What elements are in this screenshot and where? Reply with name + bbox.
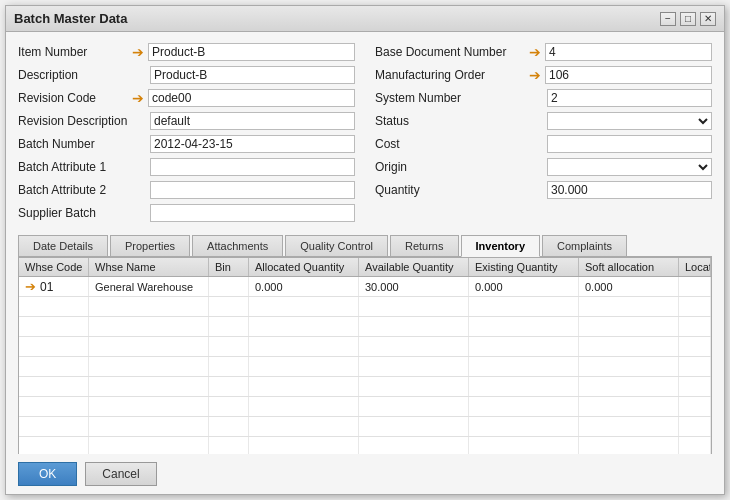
footer: OK Cancel bbox=[6, 454, 724, 494]
batch-attribute2-label: Batch Attribute 2 bbox=[18, 183, 128, 197]
ok-button[interactable]: OK bbox=[18, 462, 77, 486]
batch-attribute2-row: Batch Attribute 2 bbox=[18, 180, 355, 200]
quantity-label: Quantity bbox=[375, 183, 525, 197]
origin-select[interactable] bbox=[547, 158, 712, 176]
supplier-batch-row: Supplier Batch bbox=[18, 203, 355, 223]
manufacturing-order-arrow-icon: ➔ bbox=[529, 67, 541, 83]
batch-number-label: Batch Number bbox=[18, 137, 128, 151]
main-window: Batch Master Data − □ ✕ Item Number ➔ De… bbox=[5, 5, 725, 495]
col-soft-allocation: Soft allocation bbox=[579, 258, 679, 276]
row-whse-code: ➔ 01 bbox=[19, 277, 89, 296]
manufacturing-order-input[interactable] bbox=[545, 66, 712, 84]
row-soft-allocation: 0.000 bbox=[579, 277, 679, 296]
col-bin: Bin bbox=[209, 258, 249, 276]
form-right: Base Document Number ➔ Manufacturing Ord… bbox=[375, 42, 712, 223]
tabs-area: Date Details Properties Attachments Qual… bbox=[18, 235, 712, 454]
inventory-table: Whse Code Whse Name Bin Allocated Quanti… bbox=[18, 257, 712, 454]
revision-code-row: Revision Code ➔ bbox=[18, 88, 355, 108]
cost-label: Cost bbox=[375, 137, 525, 151]
col-available-quantity: Available Quantity bbox=[359, 258, 469, 276]
base-doc-number-row: Base Document Number ➔ bbox=[375, 42, 712, 62]
tab-complaints[interactable]: Complaints bbox=[542, 235, 627, 256]
table-row-empty-7 bbox=[19, 417, 711, 437]
col-whse-name: Whse Name bbox=[89, 258, 209, 276]
table-row-empty-2 bbox=[19, 317, 711, 337]
revision-description-label: Revision Description bbox=[18, 114, 128, 128]
item-number-input[interactable] bbox=[148, 43, 355, 61]
base-doc-number-label: Base Document Number bbox=[375, 45, 525, 59]
batch-attribute2-input[interactable] bbox=[150, 181, 355, 199]
revision-code-input[interactable] bbox=[148, 89, 355, 107]
table-row-empty-1 bbox=[19, 297, 711, 317]
tab-returns[interactable]: Returns bbox=[390, 235, 459, 256]
tab-date-details[interactable]: Date Details bbox=[18, 235, 108, 256]
close-button[interactable]: ✕ bbox=[700, 12, 716, 26]
supplier-batch-input[interactable] bbox=[150, 204, 355, 222]
cost-input[interactable] bbox=[547, 135, 712, 153]
content-area: Item Number ➔ Description Revision Code … bbox=[6, 32, 724, 454]
batch-attribute1-label: Batch Attribute 1 bbox=[18, 160, 128, 174]
row-whse-code-value: 01 bbox=[40, 280, 53, 294]
col-existing-quantity: Existing Quantity bbox=[469, 258, 579, 276]
description-row: Description bbox=[18, 65, 355, 85]
col-whse-code: Whse Code bbox=[19, 258, 89, 276]
tab-quality-control[interactable]: Quality Control bbox=[285, 235, 388, 256]
title-bar-controls: − □ ✕ bbox=[660, 12, 716, 26]
col-location: Location bbox=[679, 258, 711, 276]
status-label: Status bbox=[375, 114, 525, 128]
batch-number-input[interactable] bbox=[150, 135, 355, 153]
description-input[interactable] bbox=[150, 66, 355, 84]
row-allocated-quantity: 0.000 bbox=[249, 277, 359, 296]
item-number-label: Item Number bbox=[18, 45, 128, 59]
minimize-button[interactable]: − bbox=[660, 12, 676, 26]
window-title: Batch Master Data bbox=[14, 11, 127, 26]
batch-attribute1-input[interactable] bbox=[150, 158, 355, 176]
row-available-quantity: 30.000 bbox=[359, 277, 469, 296]
item-number-row: Item Number ➔ bbox=[18, 42, 355, 62]
batch-attribute1-row: Batch Attribute 1 bbox=[18, 157, 355, 177]
item-number-arrow-icon: ➔ bbox=[132, 44, 144, 60]
restore-button[interactable]: □ bbox=[680, 12, 696, 26]
status-row: Status bbox=[375, 111, 712, 131]
form-left: Item Number ➔ Description Revision Code … bbox=[18, 42, 355, 223]
table-row-empty-4 bbox=[19, 357, 711, 377]
table-row-empty-5 bbox=[19, 377, 711, 397]
system-number-input[interactable] bbox=[547, 89, 712, 107]
tab-properties[interactable]: Properties bbox=[110, 235, 190, 256]
manufacturing-order-label: Manufacturing Order bbox=[375, 68, 525, 82]
origin-label: Origin bbox=[375, 160, 525, 174]
tabs-row: Date Details Properties Attachments Qual… bbox=[18, 235, 712, 257]
origin-row: Origin bbox=[375, 157, 712, 177]
tab-attachments[interactable]: Attachments bbox=[192, 235, 283, 256]
base-doc-number-input[interactable] bbox=[545, 43, 712, 61]
row-arrow-icon: ➔ bbox=[25, 279, 36, 294]
row-whse-name: General Warehouse bbox=[89, 277, 209, 296]
table-header: Whse Code Whse Name Bin Allocated Quanti… bbox=[19, 258, 711, 277]
tab-inventory[interactable]: Inventory bbox=[461, 235, 541, 257]
table-row[interactable]: ➔ 01 General Warehouse 0.000 30.000 0.00… bbox=[19, 277, 711, 297]
quantity-input[interactable] bbox=[547, 181, 712, 199]
quantity-row: Quantity bbox=[375, 180, 712, 200]
cancel-button[interactable]: Cancel bbox=[85, 462, 156, 486]
supplier-batch-label: Supplier Batch bbox=[18, 206, 128, 220]
system-number-label: System Number bbox=[375, 91, 525, 105]
revision-description-input[interactable] bbox=[150, 112, 355, 130]
table-body: ➔ 01 General Warehouse 0.000 30.000 0.00… bbox=[19, 277, 711, 454]
row-existing-quantity: 0.000 bbox=[469, 277, 579, 296]
system-number-row: System Number bbox=[375, 88, 712, 108]
form-area: Item Number ➔ Description Revision Code … bbox=[18, 42, 712, 223]
row-bin bbox=[209, 277, 249, 296]
title-bar: Batch Master Data − □ ✕ bbox=[6, 6, 724, 32]
batch-number-row: Batch Number bbox=[18, 134, 355, 154]
revision-code-label: Revision Code bbox=[18, 91, 128, 105]
row-location bbox=[679, 277, 711, 296]
table-row-empty-6 bbox=[19, 397, 711, 417]
revision-description-row: Revision Description bbox=[18, 111, 355, 131]
base-doc-arrow-icon: ➔ bbox=[529, 44, 541, 60]
table-row-empty-3 bbox=[19, 337, 711, 357]
table-row-empty-8 bbox=[19, 437, 711, 454]
description-label: Description bbox=[18, 68, 128, 82]
cost-row: Cost bbox=[375, 134, 712, 154]
status-select[interactable] bbox=[547, 112, 712, 130]
manufacturing-order-row: Manufacturing Order ➔ bbox=[375, 65, 712, 85]
